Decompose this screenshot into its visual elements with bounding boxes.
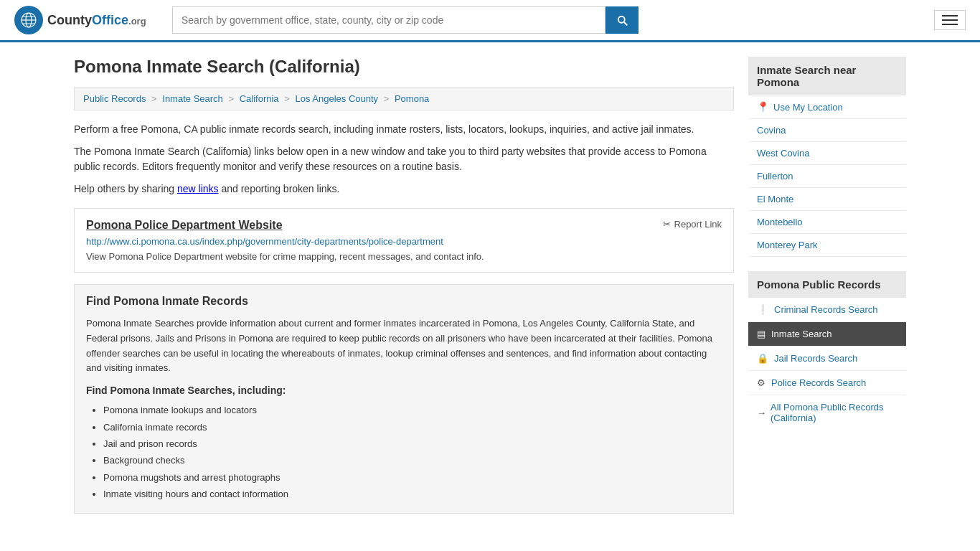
find-section-heading: Find Pomona Inmate Records: [86, 295, 722, 308]
all-public-records-link[interactable]: All Pomona Public Records (California): [771, 402, 897, 423]
sidebar-inmate-search-item[interactable]: ▤ Inmate Search: [748, 322, 906, 347]
location-covina-link[interactable]: Covina: [757, 125, 786, 136]
breadcrumb-sep: >: [284, 93, 292, 104]
list-item: Pomona mugshots and arrest photographs: [103, 469, 722, 486]
menu-line: [942, 15, 958, 17]
gear-icon: ⚙: [757, 377, 765, 388]
list-item: Background checks: [103, 452, 722, 468]
link-card-description: View Pomona Police Department website fo…: [86, 251, 722, 262]
breadcrumb: Public Records > Inmate Search > Califor…: [74, 87, 734, 110]
list-item: Jail and prison records: [103, 435, 722, 452]
sidebar-nearby-section: Inmate Search near Pomona 📍 Use My Locat…: [748, 57, 906, 257]
jail-records-link[interactable]: Jail Records Search: [774, 353, 857, 364]
menu-line: [942, 19, 958, 21]
intro-paragraph-3: Help others by sharing new links and rep…: [74, 182, 734, 197]
pin-icon: 📍: [757, 101, 769, 113]
search-bar-container: [172, 6, 639, 34]
list-item: Pomona inmate lookups and locators: [103, 402, 722, 418]
inmate-icon: ▤: [757, 329, 765, 339]
sidebar-public-records-section: Pomona Public Records ❕ Criminal Records…: [748, 271, 906, 430]
report-link-button[interactable]: ✂ Report Link: [663, 219, 722, 230]
inmate-search-link[interactable]: Inmate Search: [771, 329, 832, 339]
location-montebello-link[interactable]: Montebello: [757, 217, 803, 227]
find-section: Find Pomona Inmate Records Pomona Inmate…: [74, 284, 734, 514]
link-card-header: Pomona Police Department Website ✂ Repor…: [86, 219, 722, 232]
logo-icon: [14, 6, 43, 34]
location-westcovina-link[interactable]: West Covina: [757, 148, 809, 159]
scissors-icon: ✂: [663, 219, 671, 230]
breadcrumb-california[interactable]: California: [240, 93, 279, 104]
search-input[interactable]: [172, 6, 606, 34]
breadcrumb-sep: >: [228, 93, 236, 104]
sidebar: Inmate Search near Pomona 📍 Use My Locat…: [748, 57, 906, 514]
link-card-url[interactable]: http://www.ci.pomona.ca.us/index.php/gov…: [86, 236, 722, 247]
new-links-link[interactable]: new links: [177, 183, 219, 194]
link-card-title[interactable]: Pomona Police Department Website: [86, 219, 283, 232]
list-item: California inmate records: [103, 419, 722, 435]
page-title: Pomona Inmate Search (California): [74, 57, 734, 77]
exclamation-icon: ❕: [757, 304, 768, 315]
sidebar-nearby-title: Inmate Search near Pomona: [748, 57, 906, 95]
header: CountyOffice.org: [0, 0, 980, 42]
find-section-body: Pomona Inmate Searches provide informati…: [86, 316, 722, 376]
find-section-subheading: Find Pomona Inmate Searches, including:: [86, 385, 722, 396]
sidebar-all-records-item[interactable]: → All Pomona Public Records (California): [748, 395, 906, 430]
location-elmonte-link[interactable]: El Monte: [757, 194, 793, 204]
sidebar-location-montebello[interactable]: Montebello: [748, 211, 906, 234]
logo-name: CountyOffice.org: [47, 13, 146, 27]
breadcrumb-pomona[interactable]: Pomona: [395, 93, 429, 104]
sidebar-location-fullerton[interactable]: Fullerton: [748, 165, 906, 188]
find-section-list: Pomona inmate lookups and locators Calif…: [86, 402, 722, 502]
sidebar-location-elmonte[interactable]: El Monte: [748, 188, 906, 211]
breadcrumb-la-county[interactable]: Los Angeles County: [295, 93, 378, 104]
arrow-icon: →: [757, 408, 766, 418]
intro-paragraph-1: Perform a free Pomona, CA public inmate …: [74, 122, 734, 137]
menu-line: [942, 24, 958, 25]
criminal-records-link[interactable]: Criminal Records Search: [774, 304, 878, 315]
sidebar-location-westcovina[interactable]: West Covina: [748, 142, 906, 165]
logo-area: CountyOffice.org: [14, 6, 158, 34]
sidebar-location-covina[interactable]: Covina: [748, 119, 906, 142]
list-item: Inmate visiting hours and contact inform…: [103, 486, 722, 502]
search-icon: [616, 14, 628, 27]
sidebar-jail-records-item[interactable]: 🔒 Jail Records Search: [748, 347, 906, 371]
intro-paragraph-2: The Pomona Inmate Search (California) li…: [74, 144, 734, 174]
search-button[interactable]: [606, 6, 639, 34]
police-records-link[interactable]: Police Records Search: [771, 377, 866, 388]
breadcrumb-sep: >: [384, 93, 392, 104]
location-fullerton-link[interactable]: Fullerton: [757, 171, 793, 182]
sidebar-criminal-records-item[interactable]: ❕ Criminal Records Search: [748, 298, 906, 322]
location-montereypark-link[interactable]: Monterey Park: [757, 240, 818, 250]
sidebar-public-records-title: Pomona Public Records: [748, 271, 906, 298]
breadcrumb-sep: >: [151, 93, 159, 104]
lock-icon: 🔒: [757, 353, 768, 364]
use-my-location-link[interactable]: Use My Location: [773, 102, 843, 113]
main-container: Pomona Inmate Search (California) Public…: [60, 42, 920, 528]
content-area: Pomona Inmate Search (California) Public…: [74, 57, 734, 514]
sidebar-police-records-item[interactable]: ⚙ Police Records Search: [748, 371, 906, 395]
hamburger-menu-button[interactable]: [934, 10, 966, 30]
sidebar-location-montereypark[interactable]: Monterey Park: [748, 234, 906, 257]
breadcrumb-public-records[interactable]: Public Records: [83, 93, 146, 104]
breadcrumb-inmate-search[interactable]: Inmate Search: [162, 93, 223, 104]
sidebar-use-location-item[interactable]: 📍 Use My Location: [748, 95, 906, 119]
link-card: Pomona Police Department Website ✂ Repor…: [74, 208, 734, 273]
